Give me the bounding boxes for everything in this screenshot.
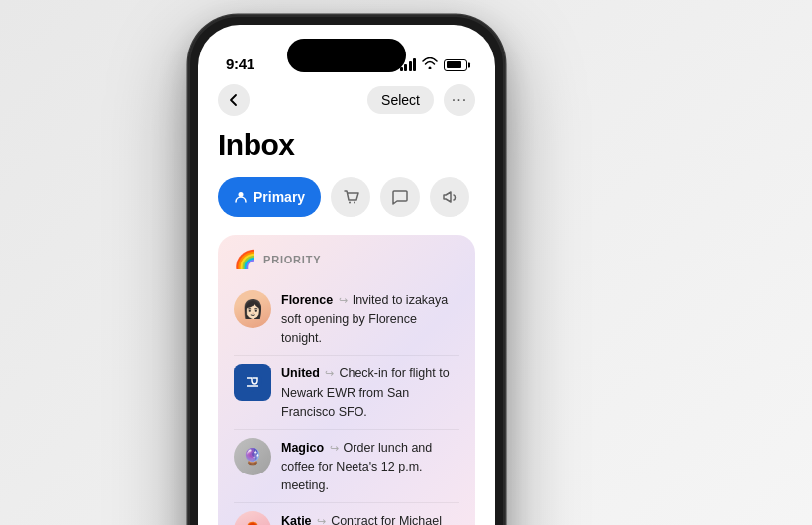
filter-tabs: Primary <box>218 177 475 217</box>
select-button[interactable]: Select <box>367 86 434 114</box>
svg-point-2 <box>354 202 355 204</box>
chevron-left-icon <box>227 93 241 107</box>
priority-header: 🌈 PRIORITY <box>234 249 459 270</box>
avatar-united <box>234 364 271 401</box>
email-text-united: United ↪ Check-in for flight to Newark E… <box>281 367 450 418</box>
email-item-katie[interactable]: 👩🏼‍🦰 Katie ↪ Contract for Michael Robins… <box>234 502 459 525</box>
nav-right-actions: Select ··· <box>367 84 475 116</box>
email-item-magico[interactable]: 🔮 Magico ↪ Order lunch and coffee for Ne… <box>234 429 459 502</box>
avatar-florence: 👩🏻 <box>234 290 271 328</box>
status-time: 9:41 <box>226 55 254 72</box>
phone-screen: 9:41 <box>198 25 495 525</box>
content-area: Inbox Primary <box>198 128 495 525</box>
status-icons <box>400 57 468 72</box>
scene: 9:41 <box>0 0 812 525</box>
phone-frame: 9:41 <box>188 15 505 525</box>
shopping-icon <box>342 188 359 206</box>
email-text-katie: Katie ↪ Contract for Michael Robinson's … <box>281 514 442 525</box>
united-logo-icon <box>241 370 264 394</box>
tab-chat[interactable] <box>380 177 420 217</box>
page-title: Inbox <box>218 128 475 161</box>
priority-icon: 🌈 <box>234 249 255 270</box>
avatar-magico: 🔮 <box>234 438 271 475</box>
tab-shopping[interactable] <box>331 177 370 217</box>
wifi-icon <box>422 57 438 72</box>
email-body-florence: Florence ↪ Invited to izakaya soft openi… <box>281 290 459 347</box>
email-text-magico: Magico ↪ Order lunch and coffee for Neet… <box>281 441 432 492</box>
megaphone-icon <box>441 188 458 206</box>
nav-bar: Select ··· <box>198 80 495 128</box>
person-icon <box>234 190 248 204</box>
email-item-united[interactable]: United ↪ Check-in for flight to Newark E… <box>234 355 459 428</box>
email-body-katie: Katie ↪ Contract for Michael Robinson's … <box>281 511 459 525</box>
tab-primary[interactable]: Primary <box>218 177 321 217</box>
battery-icon <box>444 59 467 71</box>
priority-card: 🌈 PRIORITY 👩🏻 Florence ↪ Invited to izak… <box>218 235 475 525</box>
email-text-florence: Florence ↪ Invited to izakaya soft openi… <box>281 293 448 345</box>
back-button[interactable] <box>218 84 250 116</box>
chat-icon <box>391 188 409 206</box>
email-item-florence[interactable]: 👩🏻 Florence ↪ Invited to izakaya soft op… <box>234 282 459 355</box>
svg-point-3 <box>243 372 262 392</box>
dynamic-island <box>287 39 406 72</box>
priority-label: PRIORITY <box>263 254 321 265</box>
email-body-magico: Magico ↪ Order lunch and coffee for Neet… <box>281 438 459 494</box>
avatar-katie: 👩🏼‍🦰 <box>234 511 271 525</box>
tab-primary-label: Primary <box>254 189 305 205</box>
tab-promotions[interactable] <box>430 177 469 217</box>
more-button[interactable]: ··· <box>444 84 475 116</box>
svg-point-1 <box>349 202 351 204</box>
email-body-united: United ↪ Check-in for flight to Newark E… <box>281 364 459 420</box>
